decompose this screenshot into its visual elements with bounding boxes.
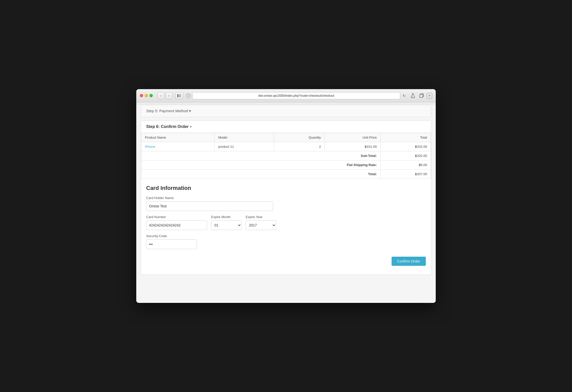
nav-buttons: ‹ › (157, 92, 173, 99)
card-number-label: Card Number (146, 215, 207, 219)
unit-price-cell: ฿101.00 (325, 142, 380, 151)
confirm-order-button[interactable]: Confirm Order (392, 257, 426, 266)
col-total: Total (380, 133, 431, 142)
subtotal-value: ฿202.00 (380, 151, 431, 160)
url-text: dev.omise.opc2000/index.php?route=checko… (258, 94, 334, 97)
svg-rect-2 (179, 95, 181, 96)
shipping-row: Flat Shipping Rate: ฿5.00 (141, 160, 431, 170)
holder-name-input[interactable] (146, 201, 273, 211)
expire-month-label: Expire Month (211, 215, 242, 219)
subtotal-label: Sub-Total: (141, 151, 381, 160)
forward-button[interactable]: › (165, 92, 173, 99)
toolbar-right: + (409, 92, 432, 99)
close-button[interactable] (140, 94, 143, 97)
table-row: iPhone product 11 2 ฿101.00 ฿202.00 (141, 142, 431, 151)
col-product-name: Product Name (141, 133, 215, 142)
shipping-label: Flat Shipping Rate: (141, 160, 381, 170)
col-unit-price: Unit Price (325, 133, 380, 142)
title-bar: ‹ › ⓘ dev.omise.opc2000/index.php?route=… (136, 89, 436, 102)
back-button[interactable]: ‹ (157, 92, 164, 99)
minimize-button[interactable] (145, 94, 148, 97)
step6-header: Step 6: Confirm Order ▾ (141, 121, 431, 133)
svg-rect-4 (420, 94, 423, 97)
card-number-group: Card Number (146, 215, 207, 230)
duplicate-button[interactable] (418, 92, 425, 99)
card-section-title: Card Information (146, 185, 426, 191)
subtotal-row: Sub-Total: ฿202.00 (141, 151, 431, 160)
dropdown-icon: ▾ (190, 125, 192, 128)
quantity-cell: 2 (274, 142, 325, 151)
step5-header: Step 5: Payment Method ▾ (141, 105, 431, 117)
step5-label: Step 5: Payment Method ▾ (146, 109, 191, 113)
product-link[interactable]: iPhone (145, 145, 155, 149)
col-model: Model (215, 133, 274, 142)
expire-year-label: Expire Year (246, 215, 276, 219)
total-label: Total: (141, 170, 381, 179)
svg-rect-0 (177, 94, 178, 97)
table-header-row: Product Name Model Quantity Unit Price T… (141, 133, 431, 142)
browser-window: ‹ › ⓘ dev.omise.opc2000/index.php?route=… (136, 89, 436, 303)
confirm-btn-row: Confirm Order (146, 254, 426, 268)
new-tab-button[interactable]: + (427, 93, 432, 99)
info-icon[interactable]: ⓘ (186, 93, 191, 98)
security-code-input[interactable] (146, 239, 197, 249)
expire-month-group: Expire Month 01 02 03 04 05 06 07 08 09 … (211, 215, 242, 230)
expire-year-group: Expire Year 2017 2018 2019 2020 2021 202… (246, 215, 276, 230)
svg-rect-3 (179, 96, 181, 97)
share-button[interactable] (409, 92, 416, 99)
traffic-lights (140, 94, 153, 97)
model-cell: product 11 (215, 142, 274, 151)
total-value: ฿207.00 (380, 170, 431, 179)
shipping-value: ฿5.00 (380, 160, 431, 170)
reload-button[interactable]: ↻ (402, 93, 407, 98)
holder-name-label: Card Holder Name (146, 196, 426, 200)
card-number-input[interactable] (146, 220, 207, 230)
order-table: Product Name Model Quantity Unit Price T… (141, 133, 431, 179)
expire-year-select[interactable]: 2017 2018 2019 2020 2021 2022 2023 2024 … (246, 220, 276, 230)
product-name-cell: iPhone (141, 142, 215, 151)
maximize-button[interactable] (149, 94, 153, 97)
col-quantity: Quantity (274, 133, 325, 142)
step6-title: Step 6: Confirm Order (146, 124, 189, 129)
address-bar[interactable]: dev.omise.opc2000/index.php?route=checko… (192, 92, 400, 99)
card-details-row: Card Number Expire Month 01 02 03 04 05 … (146, 215, 426, 230)
total-cell: ฿202.00 (380, 142, 431, 151)
security-code-group: Security Code (146, 234, 426, 249)
svg-rect-1 (179, 94, 181, 95)
security-code-label: Security Code (146, 234, 426, 238)
expire-month-select[interactable]: 01 02 03 04 05 06 07 08 09 10 11 12 (211, 220, 242, 230)
address-bar-container: ⓘ dev.omise.opc2000/index.php?route=chec… (186, 92, 407, 99)
step6-section: Step 6: Confirm Order ▾ Product Name Mod… (141, 121, 431, 275)
page-content: Step 5: Payment Method ▾ Step 6: Confirm… (136, 105, 436, 303)
sidebar-button[interactable] (175, 92, 183, 99)
total-row: Total: ฿207.00 (141, 170, 431, 179)
holder-name-group: Card Holder Name (146, 196, 426, 211)
card-section: Card Information Card Holder Name Card N… (141, 179, 431, 274)
